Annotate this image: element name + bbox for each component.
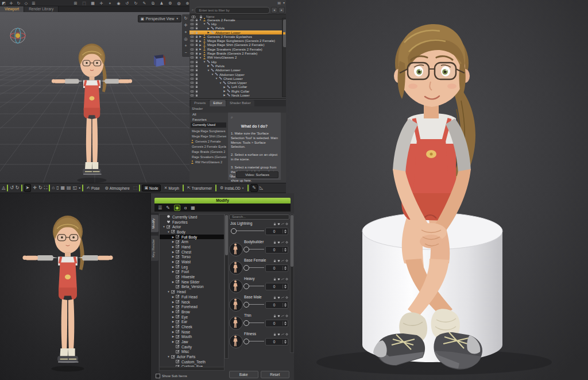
filter-item[interactable]: Currently Used: [191, 122, 226, 128]
lock-icon[interactable]: [273, 277, 276, 282]
stepper-up-icon[interactable]: [284, 285, 287, 286]
spline-icon[interactable]: [281, 313, 284, 318]
morph-tree-row[interactable]: ▼Actor: [160, 224, 224, 229]
stepper-up-icon[interactable]: [284, 229, 287, 231]
figure-icon[interactable]: ♟: [159, 1, 164, 6]
expand-caret[interactable]: ▶: [171, 340, 175, 343]
stepper-down-icon[interactable]: [284, 250, 287, 252]
morph-tree-row[interactable]: ▶Ear: [160, 319, 224, 324]
lock-icon[interactable]: [194, 26, 199, 30]
gear-icon[interactable]: [285, 277, 288, 282]
scale-tool-icon[interactable]: ◇: [24, 1, 29, 6]
stepper-up-icon[interactable]: [284, 248, 287, 250]
spline-icon[interactable]: [281, 258, 284, 263]
surfaces-tab-editor[interactable]: Editor: [210, 100, 226, 106]
favorite-icon[interactable]: [277, 332, 280, 337]
stepper-down-icon[interactable]: [284, 305, 287, 307]
expand-caret[interactable]: ▼: [162, 225, 166, 228]
flag-icon[interactable]: ◬: [2, 185, 5, 191]
morph-tree-row[interactable]: Favorites: [160, 220, 224, 225]
scene-tree-row[interactable]: ▶Mega Rage Shirt (Genesis 2 Female): [189, 43, 283, 47]
surfaces-tab-shader-baker[interactable]: Shader Baker: [226, 100, 254, 106]
scene-tree-row[interactable]: ▶Mega Rage Sunglasses (Genesis 2 Female): [189, 39, 283, 43]
uv-grid-icon[interactable]: ▦: [191, 205, 195, 210]
view-cube-gizmo[interactable]: [150, 52, 168, 68]
instalod-button[interactable]: ⚙InstaLOD▼: [218, 185, 246, 191]
morph-tree-row[interactable]: Custom_Teeth: [160, 359, 224, 364]
target-icon[interactable]: ◉: [116, 1, 121, 6]
orbit-icon[interactable]: ↻: [184, 16, 188, 21]
single-view-icon[interactable]: ▯: [56, 185, 59, 191]
new-scene-icon[interactable]: ⊞: [73, 1, 78, 6]
morph-tree-row[interactable]: Hiweste: [160, 274, 224, 279]
dolly-icon[interactable]: ⌖: [185, 30, 187, 34]
move-icon[interactable]: ✛: [99, 1, 104, 6]
lock-icon[interactable]: [273, 313, 276, 318]
lock-icon[interactable]: [194, 60, 199, 64]
filter-prev-icon[interactable]: ◂: [271, 7, 277, 13]
options-icon[interactable]: ☰: [158, 205, 162, 210]
slider-scrollbar[interactable]: [290, 214, 294, 353]
slider-track[interactable]: [244, 304, 264, 305]
morph-tree-row[interactable]: ▶Cheek: [160, 324, 224, 329]
favorite-icon[interactable]: [277, 295, 280, 300]
expand-caret[interactable]: ▶: [171, 266, 175, 268]
brush-icon[interactable]: ✎: [166, 205, 170, 210]
eye-icon[interactable]: ◉: [174, 205, 180, 211]
lock-icon[interactable]: [273, 295, 276, 300]
node-select-tool-icon[interactable]: ➤: [24, 184, 32, 192]
visibility-eye-icon[interactable]: [189, 60, 194, 64]
slider-knob[interactable]: [243, 283, 249, 289]
lock-icon[interactable]: [194, 39, 199, 43]
atmosphere-button[interactable]: ◍Atmosphere: [103, 185, 131, 191]
expand-caret[interactable]: ▶: [171, 236, 175, 239]
expand-caret[interactable]: ▶: [171, 325, 175, 328]
edit-icon[interactable]: ✎: [142, 1, 147, 6]
pose-button[interactable]: ✍Pose: [85, 185, 102, 191]
triangle-icon[interactable]: ◺: [260, 185, 263, 191]
slider-value-box[interactable]: 0: [265, 264, 288, 272]
visibility-eye-icon[interactable]: [189, 35, 194, 39]
scene-tree-row[interactable]: ▼Abdomen Upper: [189, 72, 283, 76]
favorite-icon[interactable]: [277, 221, 280, 227]
aux-viewport[interactable]: [0, 193, 151, 380]
slider-track[interactable]: [244, 323, 264, 323]
grid-icon[interactable]: ▦: [90, 1, 95, 6]
visibility-eye-icon[interactable]: [189, 22, 194, 26]
expand-caret[interactable]: ▶: [171, 255, 175, 258]
expand-caret[interactable]: ▶: [171, 281, 175, 283]
visibility-eye-icon[interactable]: [189, 26, 194, 30]
expand-caret[interactable]: ▶: [171, 240, 175, 243]
lock-icon[interactable]: [194, 73, 199, 76]
expand-caret[interactable]: ▶: [171, 295, 175, 298]
stepper-up-icon[interactable]: [284, 340, 287, 341]
stepper-up-icon[interactable]: [284, 303, 287, 305]
stepper-up-icon[interactable]: [284, 266, 287, 268]
filter-item[interactable]: All: [191, 112, 226, 117]
split-view-icon[interactable]: ▤: [67, 185, 71, 191]
pan-icon[interactable]: ✛: [184, 23, 188, 28]
tree-hscrollbar[interactable]: [159, 367, 225, 371]
visibility-eye-icon[interactable]: [189, 18, 194, 22]
value-stepper[interactable]: [283, 285, 288, 289]
aim-icon[interactable]: ⌖: [107, 1, 113, 6]
morph-tree-row[interactable]: Beta_Version: [160, 285, 224, 290]
stepper-down-icon[interactable]: [284, 268, 287, 270]
value-stepper[interactable]: [283, 321, 288, 325]
lock-icon[interactable]: [194, 56, 199, 59]
lock-icon[interactable]: [194, 90, 199, 93]
morph-tree-row[interactable]: ▶Full Body: [160, 235, 224, 240]
slider-value-box[interactable]: 0: [265, 301, 288, 309]
slider-value-box[interactable]: 0: [265, 320, 288, 327]
morph-tree-row[interactable]: ▼Head: [160, 289, 224, 294]
expand-caret[interactable]: ▼: [167, 290, 171, 293]
bake-button[interactable]: Bake: [229, 371, 258, 378]
slider-knob[interactable]: [231, 228, 237, 234]
value-stepper[interactable]: [283, 266, 288, 270]
show-sub-items-checkbox[interactable]: Show Sub Items: [156, 374, 187, 378]
visibility-eye-icon[interactable]: [189, 39, 194, 43]
morph-tree-row[interactable]: ▶Forehead: [160, 304, 224, 309]
gear-icon[interactable]: [285, 332, 288, 337]
material-icon[interactable]: ◍: [176, 1, 181, 6]
transformer-button[interactable]: ⇱Transformer: [185, 185, 214, 191]
